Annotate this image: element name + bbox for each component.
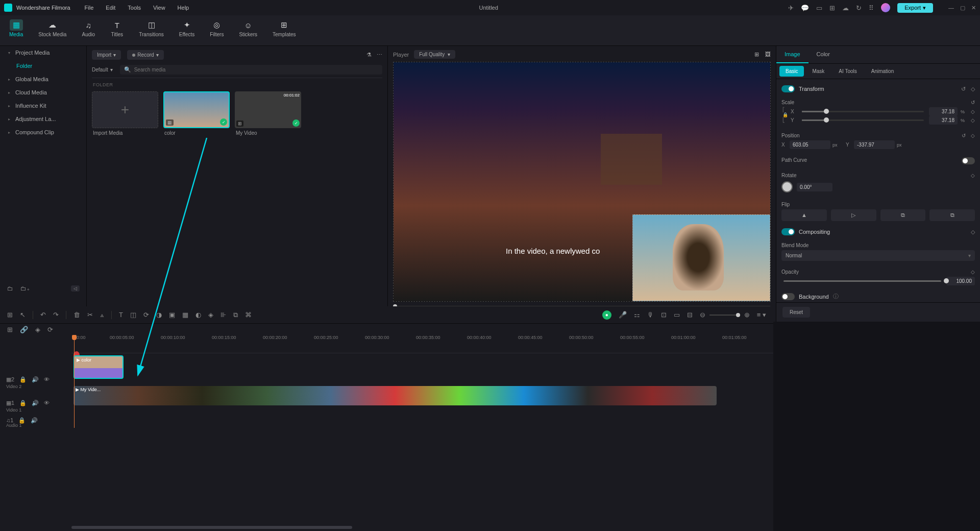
- media-item-myvideo[interactable]: 00:01:02⊞✓ My Video: [235, 91, 301, 138]
- cut-icon[interactable]: ✂: [87, 311, 93, 319]
- menu-edit[interactable]: Edit: [106, 5, 115, 11]
- new-folder-icon[interactable]: 🗀₊: [20, 285, 30, 292]
- render-preview-icon[interactable]: ▭: [674, 311, 680, 319]
- view-mode-icon[interactable]: ≡ ▾: [757, 311, 766, 319]
- zoom-in-icon[interactable]: ⊕: [744, 311, 750, 319]
- zoom-slider[interactable]: [709, 315, 740, 316]
- refresh-icon[interactable]: ↻: [856, 4, 862, 12]
- tab-titles[interactable]: TTitles: [108, 18, 126, 42]
- tab-effects[interactable]: ✦Effects: [177, 18, 197, 42]
- tab-templates[interactable]: ⊞Templates: [271, 18, 298, 42]
- reset-icon[interactable]: ↺: [971, 100, 975, 105]
- subtab-mask[interactable]: Mask: [806, 66, 830, 77]
- tab-stock-media[interactable]: ☁Stock Media: [36, 18, 68, 42]
- clip-color[interactable]: ▶ color: [74, 355, 124, 379]
- redo-icon[interactable]: ↷: [53, 311, 59, 319]
- sidebar-folder[interactable]: Folder: [0, 59, 86, 73]
- background-toggle[interactable]: [781, 293, 795, 300]
- playhead[interactable]: [74, 335, 75, 428]
- manage-tracks-icon[interactable]: ⊞: [7, 326, 13, 333]
- keyframe-icon[interactable]: ◇: [971, 133, 975, 138]
- audio-mixer-icon[interactable]: ⚏: [634, 311, 640, 319]
- link-icon[interactable]: 🔗: [20, 326, 28, 333]
- transform-section[interactable]: Transform ↺◇: [781, 82, 975, 95]
- folder-icon[interactable]: 🗀: [7, 285, 13, 292]
- grid-icon[interactable]: ⊞: [829, 4, 835, 12]
- flip-vertical-button[interactable]: ▷: [831, 209, 876, 221]
- subtab-ai-tools[interactable]: AI Tools: [832, 66, 863, 77]
- send-icon[interactable]: ✈: [788, 4, 794, 12]
- speed-icon[interactable]: ⟳: [143, 311, 149, 319]
- chat-icon[interactable]: 💬: [801, 4, 809, 12]
- timeline-scrollbar[interactable]: [71, 526, 768, 531]
- export-button[interactable]: Export▾: [897, 3, 933, 13]
- sidebar-compound-clip[interactable]: ▸Compound Clip: [0, 126, 86, 139]
- keyframe-icon[interactable]: ◇: [971, 117, 975, 123]
- transform-toggle[interactable]: [781, 85, 795, 92]
- sidebar-global-media[interactable]: ▸Global Media: [0, 73, 86, 86]
- scale-y-value[interactable]: 37.18: [929, 116, 958, 125]
- tab-color[interactable]: Color: [808, 46, 838, 63]
- minimize-button[interactable]: —: [948, 5, 954, 11]
- lock-icon[interactable]: 🔒: [19, 376, 27, 383]
- sidebar-adjustment-layer[interactable]: ▸Adjustment La...: [0, 112, 86, 126]
- mic-icon[interactable]: 🎙: [647, 311, 654, 319]
- user-avatar[interactable]: [881, 3, 890, 12]
- reset-icon[interactable]: ↺: [961, 86, 966, 92]
- background-section[interactable]: Background ⓘ: [781, 289, 975, 302]
- filter-icon[interactable]: ▦: [182, 311, 188, 319]
- adjust-icon[interactable]: ⊡: [661, 311, 667, 319]
- split-view-icon[interactable]: ⊟: [687, 311, 693, 319]
- tab-image[interactable]: Image: [776, 46, 808, 63]
- magnet-icon[interactable]: ⌘: [245, 311, 252, 319]
- preview-pip-overlay[interactable]: [632, 214, 770, 301]
- undo-icon[interactable]: ↶: [40, 311, 46, 319]
- search-media[interactable]: 🔍: [120, 65, 382, 75]
- media-item-import[interactable]: + Import Media: [92, 91, 158, 138]
- color-icon[interactable]: ◑: [156, 311, 162, 319]
- keyframe-icon[interactable]: ◇: [971, 173, 975, 178]
- keyframe-icon[interactable]: ◇: [971, 229, 975, 235]
- crop-icon[interactable]: ⟁: [100, 311, 104, 319]
- flip-paste-button[interactable]: ⧉: [929, 209, 975, 221]
- sidebar-influence-kit[interactable]: ▸Influence Kit: [0, 99, 86, 112]
- track-lock-icon[interactable]: ◈: [35, 326, 40, 333]
- menu-help[interactable]: Help: [178, 5, 189, 11]
- menu-view[interactable]: View: [153, 5, 165, 11]
- screen-icon[interactable]: ▭: [816, 4, 822, 12]
- text-icon[interactable]: T: [119, 311, 123, 319]
- filter-icon[interactable]: ⚗: [366, 52, 372, 58]
- reset-icon[interactable]: ↺: [962, 133, 966, 138]
- maximize-button[interactable]: ▢: [960, 5, 965, 11]
- voiceover-icon[interactable]: 🎤: [619, 311, 627, 319]
- more-icon[interactable]: ⋯: [377, 52, 382, 58]
- cursor-icon[interactable]: ↖: [20, 311, 26, 319]
- tab-audio[interactable]: ♫Audio: [80, 18, 97, 42]
- keyframe-icon[interactable]: ◇: [971, 269, 975, 275]
- record-button[interactable]: Record ▾: [127, 50, 163, 60]
- transition-icon[interactable]: ▣: [169, 311, 175, 319]
- scale-x-slider[interactable]: [802, 111, 924, 112]
- sort-select[interactable]: Default ▾: [92, 67, 113, 73]
- flip-horizontal-button[interactable]: ▲: [781, 209, 827, 221]
- mute-icon[interactable]: 🔊: [32, 400, 39, 406]
- keyframe-icon[interactable]: ◇: [971, 109, 975, 114]
- media-item-color[interactable]: ▦✓ color: [163, 91, 230, 138]
- import-button[interactable]: Import ▾: [92, 50, 121, 60]
- visibility-icon[interactable]: 👁: [44, 400, 50, 406]
- tab-stickers[interactable]: ☺Stickers: [237, 18, 259, 42]
- quality-select[interactable]: Full Quality ▾: [414, 50, 455, 59]
- scale-y-slider[interactable]: [802, 119, 924, 121]
- tab-filters[interactable]: ◎Filters: [208, 18, 226, 42]
- mute-icon[interactable]: 🔊: [31, 417, 38, 424]
- tab-media[interactable]: ▦Media: [7, 18, 25, 42]
- compositing-toggle[interactable]: [781, 228, 795, 235]
- blend-mode-select[interactable]: Normal▾: [781, 250, 975, 261]
- grid-icon[interactable]: ⊞: [7, 311, 13, 319]
- cloud-icon[interactable]: ☁: [842, 4, 849, 12]
- opacity-slider[interactable]: [783, 280, 941, 282]
- search-input[interactable]: [134, 67, 199, 73]
- collapse-sidebar-button[interactable]: ◁: [71, 285, 80, 292]
- subtab-basic[interactable]: Basic: [779, 66, 804, 77]
- marker-icon[interactable]: ◈: [208, 311, 213, 319]
